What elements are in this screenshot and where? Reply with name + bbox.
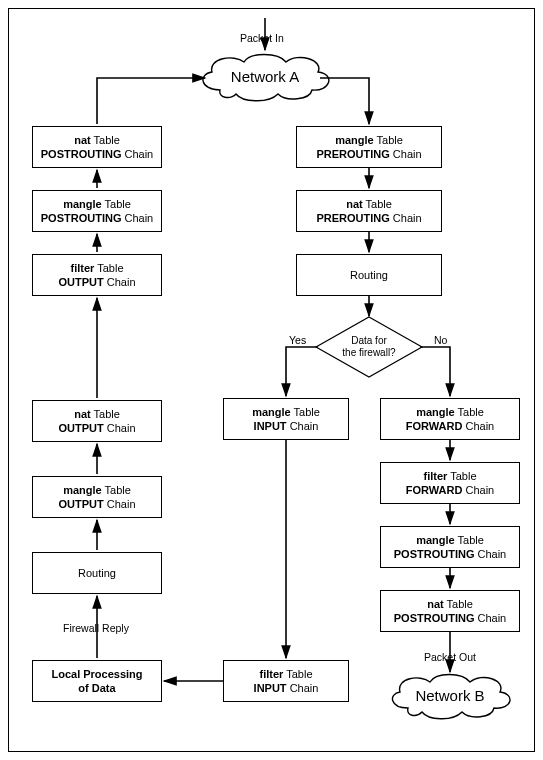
box-line1: mangle Table <box>252 405 320 419</box>
box-line2: FORWARD Chain <box>406 419 494 433</box>
box-line2: FORWARD Chain <box>406 483 494 497</box>
box-mangle-forward: mangle Table FORWARD Chain <box>380 398 520 440</box>
box-mangle-postrouting-right: mangle Table POSTROUTING Chain <box>380 526 520 568</box>
box-line1: mangle Table <box>335 133 403 147</box>
box-line2: OUTPUT Chain <box>58 421 135 435</box>
decision-line1: Data for <box>351 335 387 346</box>
box-line2: POSTROUTING Chain <box>41 211 153 225</box>
box-nat-prerouting: nat Table PREROUTING Chain <box>296 190 442 232</box>
box-line2: OUTPUT Chain <box>58 497 135 511</box>
label-firewall-reply: Firewall Reply <box>63 622 129 634</box>
box-line1: Routing <box>350 268 388 282</box>
box-line2: of Data <box>78 681 115 695</box>
box-line2: PREROUTING Chain <box>316 147 421 161</box>
box-line1: nat Table <box>427 597 473 611</box>
box-line1: mangle Table <box>416 405 484 419</box>
box-line1: nat Table <box>74 407 120 421</box>
box-line1: Routing <box>78 566 116 580</box>
box-line1: mangle Table <box>416 533 484 547</box>
box-mangle-input: mangle Table INPUT Chain <box>223 398 349 440</box>
diagram-frame <box>8 8 535 752</box>
label-yes: Yes <box>289 334 306 346</box>
box-mangle-prerouting: mangle Table PREROUTING Chain <box>296 126 442 168</box>
box-filter-forward: filter Table FORWARD Chain <box>380 462 520 504</box>
box-line1: nat Table <box>346 197 392 211</box>
decision-data-for-firewall: Data for the firewall? <box>314 315 424 379</box>
box-filter-input: filter Table INPUT Chain <box>223 660 349 702</box>
box-nat-output: nat Table OUTPUT Chain <box>32 400 162 442</box>
box-nat-postrouting-right: nat Table POSTROUTING Chain <box>380 590 520 632</box>
box-line1: mangle Table <box>63 483 131 497</box>
box-line2: INPUT Chain <box>254 681 319 695</box>
box-line2: INPUT Chain <box>254 419 319 433</box>
box-line1: filter Table <box>71 261 124 275</box>
box-line1: filter Table <box>424 469 477 483</box>
decision-line2: the firewall? <box>342 347 395 358</box>
box-line2: OUTPUT Chain <box>58 275 135 289</box>
label-packet-out: Packet Out <box>424 651 476 663</box>
box-line2: PREROUTING Chain <box>316 211 421 225</box>
box-line2: POSTROUTING Chain <box>394 611 506 625</box>
box-line1: nat Table <box>74 133 120 147</box>
box-line1: mangle Table <box>63 197 131 211</box>
box-nat-postrouting-left: nat Table POSTROUTING Chain <box>32 126 162 168</box>
box-mangle-output: mangle Table OUTPUT Chain <box>32 476 162 518</box>
box-line1: Local Processing <box>51 667 142 681</box>
label-packet-in: Packet In <box>240 32 284 44</box>
box-mangle-postrouting-left: mangle Table POSTROUTING Chain <box>32 190 162 232</box>
box-line2: POSTROUTING Chain <box>41 147 153 161</box>
box-routing-right: Routing <box>296 254 442 296</box>
box-filter-output: filter Table OUTPUT Chain <box>32 254 162 296</box>
box-routing-left: Routing <box>32 552 162 594</box>
box-line1: filter Table <box>260 667 313 681</box>
label-no: No <box>434 334 447 346</box>
box-line2: POSTROUTING Chain <box>394 547 506 561</box>
box-local-processing: Local Processing of Data <box>32 660 162 702</box>
